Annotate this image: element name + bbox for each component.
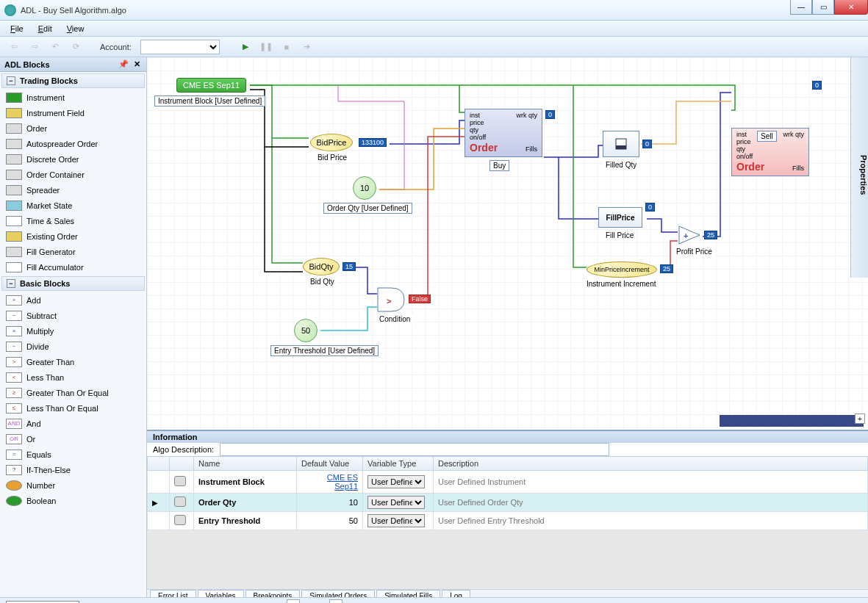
block-existing-order[interactable]: Existing Order [0, 228, 146, 244]
canvas[interactable]: CME ES Sep11 Instrument Block [User Defi… [147, 57, 868, 430]
block-subtract[interactable]: −Subtract [0, 308, 146, 323]
minprice-text: MinPriceIncrement [594, 266, 649, 273]
entrythresh-block[interactable]: 50 [294, 319, 318, 342]
vtype-select-1[interactable]: User Defined [367, 496, 425, 509]
var-row-2[interactable]: Entry Threshold 50 User Defined User Def… [148, 512, 868, 530]
play-icon[interactable]: ▶ [237, 39, 254, 55]
col-desc[interactable]: Description [434, 457, 868, 471]
category-basic[interactable]: −Basic Blocks [1, 276, 145, 291]
col-default[interactable]: Default Value [297, 457, 363, 471]
step-icon[interactable]: ➔ [299, 39, 315, 55]
close-panel-icon[interactable]: ✕ [132, 59, 142, 70]
fillprice-block[interactable]: FillPrice [598, 207, 642, 228]
block-boolean[interactable]: ●Boolean [0, 493, 146, 508]
orderbuy-wrkqty-label: wrk qty [516, 112, 537, 119]
var-row-0[interactable]: Instrument Block CME ES Sep11 User Defin… [148, 471, 868, 494]
binoculars-icon[interactable] [174, 476, 186, 486]
block-greater-than[interactable]: >Greater Than [0, 354, 146, 369]
fillprice-text: FillPrice [606, 214, 635, 222]
block-spreader[interactable]: Spreader [0, 182, 146, 198]
block-less-than-or-equal[interactable]: ≤Less Than Or Equal [0, 400, 146, 416]
binoculars-icon[interactable] [174, 497, 186, 507]
ordersell-in-qty: qty [736, 145, 753, 153]
stop-icon[interactable]: ■ [279, 39, 295, 55]
algo-desc-input[interactable] [220, 443, 609, 456]
block-multiply[interactable]: ×Multiply [0, 323, 146, 339]
filledqty-block[interactable] [603, 131, 639, 157]
zoom-out-icon[interactable]: − [287, 599, 300, 604]
bidqty-block[interactable]: BidQty [303, 258, 340, 275]
block-order-container[interactable]: Order Container [0, 167, 146, 182]
block-if-then-else[interactable]: ?If-Then-Else [0, 462, 146, 477]
block-instrument-field[interactable]: Instrument Field [0, 105, 146, 120]
properties-panel[interactable]: Properties [850, 57, 868, 278]
minimize-button[interactable]: — [790, 0, 812, 15]
block-greater-than-or-equal[interactable]: ≥Greater Than Or Equal [0, 385, 146, 400]
pin-icon[interactable]: 📌 [118, 59, 129, 70]
minprice-label: Instrument Increment [584, 279, 659, 289]
forward-icon[interactable]: ⇨ [26, 39, 43, 55]
col-vtype[interactable]: Variable Type [363, 457, 434, 471]
vtype-select-2[interactable]: User Defined [367, 514, 425, 527]
block-equals[interactable]: =Equals [0, 447, 146, 462]
pause-icon[interactable]: ❚❚ [258, 39, 274, 55]
svg-text:>: > [387, 297, 391, 306]
instrument-block[interactable]: CME ES Sep11 [176, 78, 246, 93]
orderqty-text: 10 [360, 184, 369, 192]
block-discrete-order[interactable]: Discrete Order [0, 151, 146, 167]
block-and[interactable]: ANDAnd [0, 416, 146, 431]
block-market-state[interactable]: Market State [0, 198, 146, 213]
block-autospreader-order[interactable]: Autospreader Order [0, 136, 146, 151]
block-number[interactable]: 0Number [0, 477, 146, 493]
condition-value: False [409, 295, 431, 303]
menu-view[interactable]: View [67, 24, 85, 33]
close-button[interactable]: ✕ [834, 0, 868, 15]
bidprice-block[interactable]: BidPrice [310, 134, 353, 151]
minimap[interactable]: + [720, 415, 864, 427]
refresh-icon[interactable]: ⟳ [68, 39, 84, 55]
vtype-select-0[interactable]: User Defined [367, 475, 425, 488]
app-icon [4, 4, 16, 16]
menubar: File Edit View [0, 21, 868, 37]
toolbar: ⇦ ⇨ ↶ ⟳ Account: ▶ ❚❚ ■ ➔ [0, 37, 868, 57]
zoom-in-icon[interactable]: + [329, 599, 342, 604]
menu-file[interactable]: File [10, 24, 24, 33]
var-row-1[interactable]: ▶ Order Qty 10 User Defined User Defined… [148, 494, 868, 512]
block-fill-generator[interactable]: Fill Generator [0, 244, 146, 259]
bidqty-text: BidQty [309, 262, 333, 271]
block-order[interactable]: Order [0, 120, 146, 136]
window-buttons: — ▭ ✕ [790, 0, 868, 15]
menu-edit[interactable]: Edit [38, 24, 52, 33]
binoculars-icon[interactable] [174, 515, 186, 525]
entrythresh-label: Entry Threshold [User Defined] [270, 345, 379, 356]
block-fill-accumulator[interactable]: Fill Accumulator [0, 259, 146, 275]
minprice-block[interactable]: MinPriceIncrement [587, 261, 657, 278]
ordersell-fills-label: Fills [792, 165, 804, 172]
info-header: Information [147, 431, 868, 443]
minimap-expand-icon[interactable]: + [855, 414, 865, 424]
maximize-button[interactable]: ▭ [812, 0, 834, 15]
col-name[interactable]: Name [194, 457, 297, 471]
profitprice-block[interactable]: + [678, 225, 701, 247]
category-trading[interactable]: −Trading Blocks [1, 73, 145, 88]
block-time-&-sales[interactable]: Time & Sales [0, 213, 146, 228]
block-divide[interactable]: ÷Divide [0, 339, 146, 354]
category-trading-label: Trading Blocks [20, 76, 78, 85]
condition-block[interactable]: > [376, 286, 406, 314]
order-buy-block[interactable]: inst price qty on/off wrk qty Fills Orde… [465, 109, 542, 157]
ordersell-wrkqty-value: 0 [812, 81, 822, 90]
ordersell-title: Order [736, 161, 764, 173]
fillprice-label: Fill Price [603, 231, 636, 240]
block-add[interactable]: +Add [0, 292, 146, 308]
block-or[interactable]: OROr [0, 431, 146, 447]
undo-icon[interactable]: ↶ [47, 39, 63, 55]
profitprice-value: 25 [704, 231, 717, 239]
orderbuy-title: Order [470, 142, 498, 154]
fillprice-value: 0 [645, 203, 655, 212]
account-select[interactable] [140, 40, 220, 54]
back-icon[interactable]: ⇦ [6, 39, 22, 55]
algo-desc-label: Algo Description: [153, 445, 214, 454]
block-less-than[interactable]: <Less Than [0, 369, 146, 385]
orderqty-block[interactable]: 10 [353, 176, 376, 200]
block-instrument[interactable]: Instrument [0, 90, 146, 105]
